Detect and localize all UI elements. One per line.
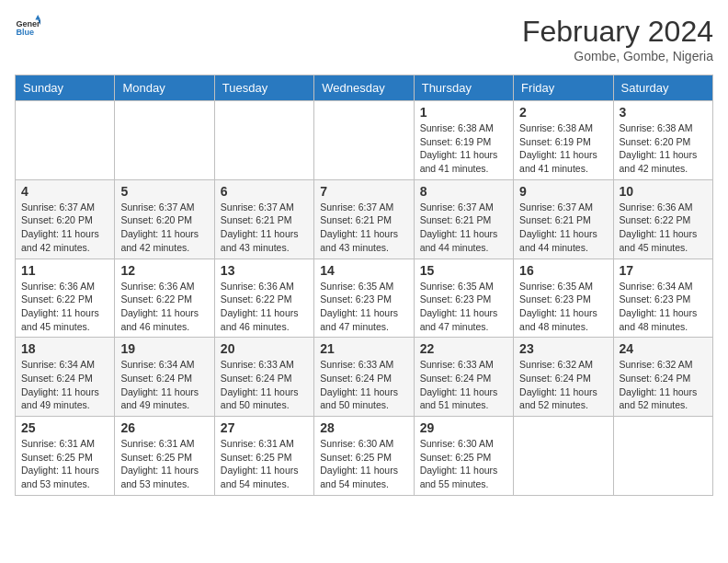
calendar-cell: 12Sunrise: 6:36 AM Sunset: 6:22 PM Dayli… [115,259,214,338]
calendar-cell: 17Sunrise: 6:34 AM Sunset: 6:23 PM Dayli… [613,259,712,338]
week-row-3: 11Sunrise: 6:36 AM Sunset: 6:22 PM Dayli… [16,259,713,338]
calendar-cell: 29Sunrise: 6:30 AM Sunset: 6:25 PM Dayli… [414,417,513,496]
calendar-cell [514,417,613,496]
day-info: Sunrise: 6:33 AM Sunset: 6:24 PM Dayligh… [320,358,407,412]
header-day-sunday: Sunday [16,75,115,101]
day-info: Sunrise: 6:37 AM Sunset: 6:20 PM Dayligh… [120,201,208,255]
header-day-wednesday: Wednesday [314,75,414,101]
week-row-2: 4Sunrise: 6:37 AM Sunset: 6:20 PM Daylig… [16,179,713,259]
calendar-cell [115,101,214,180]
day-number: 27 [221,420,308,435]
day-info: Sunrise: 6:31 AM Sunset: 6:25 PM Dayligh… [120,437,208,491]
day-number: 2 [519,105,607,120]
calendar-cell: 13Sunrise: 6:36 AM Sunset: 6:22 PM Dayli… [214,259,313,338]
day-info: Sunrise: 6:36 AM Sunset: 6:22 PM Dayligh… [120,280,208,334]
calendar-cell: 18Sunrise: 6:34 AM Sunset: 6:24 PM Dayli… [16,338,115,417]
day-info: Sunrise: 6:37 AM Sunset: 6:21 PM Dayligh… [420,201,507,255]
calendar-header: SundayMondayTuesdayWednesdayThursdayFrid… [16,75,713,101]
day-number: 13 [221,263,308,278]
day-info: Sunrise: 6:34 AM Sunset: 6:24 PM Dayligh… [21,358,108,412]
svg-text:Blue: Blue [16,28,34,37]
calendar-cell: 24Sunrise: 6:32 AM Sunset: 6:24 PM Dayli… [613,338,712,417]
calendar-cell: 5Sunrise: 6:37 AM Sunset: 6:20 PM Daylig… [115,179,214,259]
day-info: Sunrise: 6:36 AM Sunset: 6:22 PM Dayligh… [620,201,707,255]
day-number: 19 [120,341,208,356]
day-info: Sunrise: 6:31 AM Sunset: 6:25 PM Dayligh… [221,437,308,491]
day-number: 28 [320,420,407,435]
header-day-monday: Monday [115,75,214,101]
calendar-cell: 6Sunrise: 6:37 AM Sunset: 6:21 PM Daylig… [214,179,313,259]
svg-marker-2 [35,15,40,20]
calendar-cell: 23Sunrise: 6:32 AM Sunset: 6:24 PM Dayli… [514,338,613,417]
day-info: Sunrise: 6:36 AM Sunset: 6:22 PM Dayligh… [21,280,108,334]
week-row-1: 1Sunrise: 6:38 AM Sunset: 6:19 PM Daylig… [16,101,713,180]
svg-text:General: General [16,19,40,29]
day-number: 21 [320,341,407,356]
header-row: SundayMondayTuesdayWednesdayThursdayFrid… [16,75,713,101]
day-info: Sunrise: 6:37 AM Sunset: 6:20 PM Dayligh… [21,201,108,255]
day-number: 1 [420,105,507,120]
day-number: 16 [519,263,607,278]
week-row-4: 18Sunrise: 6:34 AM Sunset: 6:24 PM Dayli… [16,338,713,417]
calendar-cell: 3Sunrise: 6:38 AM Sunset: 6:20 PM Daylig… [613,101,712,180]
day-number: 3 [620,105,707,120]
calendar-cell: 25Sunrise: 6:31 AM Sunset: 6:25 PM Dayli… [16,417,115,496]
day-number: 17 [620,263,707,278]
day-info: Sunrise: 6:38 AM Sunset: 6:19 PM Dayligh… [420,121,507,176]
calendar-cell: 20Sunrise: 6:33 AM Sunset: 6:24 PM Dayli… [214,338,313,417]
calendar-cell: 1Sunrise: 6:38 AM Sunset: 6:19 PM Daylig… [414,101,513,180]
calendar-cell [314,101,414,180]
calendar-cell: 8Sunrise: 6:37 AM Sunset: 6:21 PM Daylig… [414,179,513,259]
day-info: Sunrise: 6:34 AM Sunset: 6:24 PM Dayligh… [120,358,208,412]
logo: General Blue [15,15,40,40]
day-info: Sunrise: 6:33 AM Sunset: 6:24 PM Dayligh… [420,358,507,412]
day-info: Sunrise: 6:37 AM Sunset: 6:21 PM Dayligh… [221,201,308,255]
day-number: 29 [420,420,507,435]
day-info: Sunrise: 6:31 AM Sunset: 6:25 PM Dayligh… [21,437,108,491]
calendar-cell: 22Sunrise: 6:33 AM Sunset: 6:24 PM Dayli… [414,338,513,417]
calendar-cell: 21Sunrise: 6:33 AM Sunset: 6:24 PM Dayli… [314,338,414,417]
day-number: 22 [420,341,507,356]
location-subtitle: Gombe, Gombe, Nigeria [522,49,713,63]
day-number: 11 [21,263,108,278]
day-number: 8 [420,184,507,199]
day-info: Sunrise: 6:34 AM Sunset: 6:23 PM Dayligh… [620,280,707,334]
calendar-body: 1Sunrise: 6:38 AM Sunset: 6:19 PM Daylig… [16,101,713,496]
week-row-5: 25Sunrise: 6:31 AM Sunset: 6:25 PM Dayli… [16,417,713,496]
day-info: Sunrise: 6:33 AM Sunset: 6:24 PM Dayligh… [221,358,308,412]
day-info: Sunrise: 6:35 AM Sunset: 6:23 PM Dayligh… [420,280,507,334]
day-info: Sunrise: 6:36 AM Sunset: 6:22 PM Dayligh… [221,280,308,334]
calendar-cell: 26Sunrise: 6:31 AM Sunset: 6:25 PM Dayli… [115,417,214,496]
day-info: Sunrise: 6:32 AM Sunset: 6:24 PM Dayligh… [519,358,607,412]
calendar-cell: 28Sunrise: 6:30 AM Sunset: 6:25 PM Dayli… [314,417,414,496]
calendar-cell: 16Sunrise: 6:35 AM Sunset: 6:23 PM Dayli… [514,259,613,338]
day-number: 5 [120,184,208,199]
day-number: 14 [320,263,407,278]
calendar-cell: 27Sunrise: 6:31 AM Sunset: 6:25 PM Dayli… [214,417,313,496]
month-title: February 2024 [522,15,713,49]
calendar-table: SundayMondayTuesdayWednesdayThursdayFrid… [15,75,713,496]
day-number: 20 [221,341,308,356]
day-number: 10 [620,184,707,199]
calendar-cell: 15Sunrise: 6:35 AM Sunset: 6:23 PM Dayli… [414,259,513,338]
day-number: 9 [519,184,607,199]
day-number: 6 [221,184,308,199]
day-number: 4 [21,184,108,199]
calendar-cell [613,417,712,496]
day-info: Sunrise: 6:35 AM Sunset: 6:23 PM Dayligh… [320,280,407,334]
header-day-saturday: Saturday [613,75,712,101]
calendar-cell [16,101,115,180]
calendar-cell: 10Sunrise: 6:36 AM Sunset: 6:22 PM Dayli… [613,179,712,259]
title-block: February 2024 Gombe, Gombe, Nigeria [522,15,713,63]
day-info: Sunrise: 6:35 AM Sunset: 6:23 PM Dayligh… [519,280,607,334]
day-number: 23 [519,341,607,356]
calendar-cell: 9Sunrise: 6:37 AM Sunset: 6:21 PM Daylig… [514,179,613,259]
header-day-thursday: Thursday [414,75,513,101]
day-number: 15 [420,263,507,278]
day-number: 7 [320,184,407,199]
calendar-cell [214,101,313,180]
day-info: Sunrise: 6:32 AM Sunset: 6:24 PM Dayligh… [620,358,707,412]
day-info: Sunrise: 6:30 AM Sunset: 6:25 PM Dayligh… [420,437,507,491]
calendar-cell: 2Sunrise: 6:38 AM Sunset: 6:19 PM Daylig… [514,101,613,180]
calendar-cell: 14Sunrise: 6:35 AM Sunset: 6:23 PM Dayli… [314,259,414,338]
